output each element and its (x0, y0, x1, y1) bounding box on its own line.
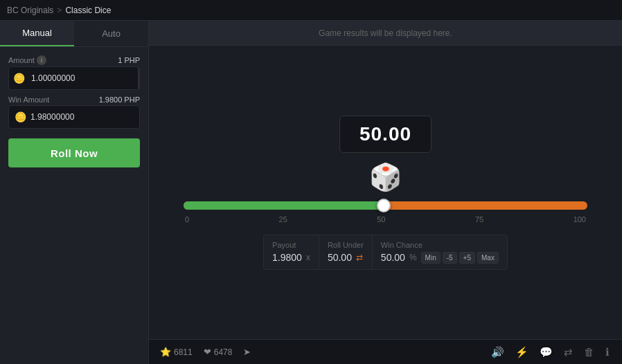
win-chance-cell: Win Chance 50.00 % Min -5 +5 Max (373, 235, 507, 269)
win-chance-value-row: 50.00 % Min -5 +5 Max (381, 252, 499, 264)
currency-icon: 🪙 (9, 73, 28, 84)
tab-auto[interactable]: Auto (74, 21, 148, 46)
stars-count: 6811 (174, 347, 193, 357)
slider-labels: 0 25 50 75 100 (184, 215, 587, 224)
slider-label-0: 0 (185, 215, 189, 224)
dice-icon: 🎲 (369, 164, 402, 190)
breadcrumb-separator: > (57, 6, 62, 15)
bottom-icons: 🔊 ⚡ 💬 ⇄ 🗑 ℹ (490, 345, 611, 360)
win-chance-minus-btn[interactable]: -5 (443, 252, 457, 264)
amount-suffix: 1 PHP (118, 56, 140, 64)
half-button[interactable]: /2 (138, 67, 140, 89)
bottom-bar: ⭐ 6811 ❤ 6478 ➤ 🔊 ⚡ 💬 ⇄ 🗑 ℹ (149, 339, 622, 364)
info-button[interactable]: ℹ (604, 345, 611, 360)
win-chance-plus-btn[interactable]: +5 (459, 252, 475, 264)
breadcrumb-parent[interactable]: BC Originals (7, 6, 53, 15)
sound-button[interactable]: 🔊 (490, 345, 506, 360)
payout-value: 1.9800 (272, 252, 302, 263)
breadcrumb: BC Originals > Classic Dice (0, 0, 622, 21)
win-chance-label: Win Chance (381, 241, 499, 249)
win-amount-label: Win Amount (8, 95, 49, 104)
main-layout: Manual Auto Amount i 1 PHP 🪙 /2 x2 ▲ (0, 21, 622, 364)
roll-under-value: 50.00 (328, 252, 352, 263)
amount-label-row: Amount i 1 PHP (8, 55, 140, 65)
win-amount-value: 1.98000000 (30, 112, 74, 122)
roll-under-cell: Roll Under 50.00 ⇄ (319, 235, 373, 269)
slider-label-25: 25 (279, 215, 287, 224)
trash-button[interactable]: 🗑 (583, 345, 596, 359)
roll-under-label: Roll Under (328, 241, 364, 249)
hearts-count: 6478 (214, 347, 233, 357)
shuffle-button[interactable]: ⇄ (562, 345, 574, 360)
left-panel: Manual Auto Amount i 1 PHP 🪙 /2 x2 ▲ (0, 21, 149, 364)
result-text: Game results will be displayed here. (319, 28, 452, 38)
win-amount-display: 🪙 1.98000000 (8, 105, 140, 129)
amount-input[interactable] (28, 73, 138, 83)
win-chance-min-btn[interactable]: Min (421, 252, 441, 264)
win-currency-icon: 🪙 (15, 111, 26, 122)
stars-stat: ⭐ 6811 (160, 347, 193, 357)
slider-label-100: 100 (574, 215, 586, 224)
roll-under-value-row: 50.00 ⇄ (328, 252, 364, 263)
slider-label-75: 75 (475, 215, 483, 224)
heart-icon: ❤ (204, 347, 211, 357)
send-icon[interactable]: ➤ (243, 347, 251, 357)
win-chance-mini-btns: Min -5 +5 Max (421, 252, 499, 264)
slider-track[interactable] (184, 201, 587, 210)
amount-label: Amount (8, 56, 35, 64)
score-display: 50.00 (339, 116, 432, 153)
amount-info-icon[interactable]: i (37, 55, 46, 65)
slider-section: 0 25 50 75 100 (177, 201, 594, 224)
panel-content: Amount i 1 PHP 🪙 /2 x2 ▲ ▼ (0, 47, 148, 364)
payout-unit: x (306, 253, 310, 262)
dice-area: 50.00 🎲 0 25 50 75 100 (149, 46, 622, 339)
win-chance-unit: % (409, 253, 417, 262)
hearts-stat: ❤ 6478 (204, 347, 233, 357)
chat-button[interactable]: 💬 (538, 345, 554, 360)
send-stat[interactable]: ➤ (243, 347, 251, 357)
payout-cell: Payout 1.9800 x (264, 235, 319, 269)
result-banner: Game results will be displayed here. (149, 21, 622, 46)
win-amount-suffix: 1.9800 PHP (99, 95, 140, 104)
right-panel: Game results will be displayed here. 50.… (149, 21, 622, 364)
roll-now-button[interactable]: Roll Now (8, 138, 140, 167)
roll-under-switch-icon[interactable]: ⇄ (356, 253, 363, 262)
star-icon: ⭐ (160, 347, 171, 357)
slider-label-50: 50 (377, 215, 385, 224)
amount-section: Amount i 1 PHP 🪙 /2 x2 ▲ ▼ (8, 55, 140, 90)
win-chance-value: 50.00 (381, 252, 405, 263)
win-amount-section: Win Amount 1.9800 PHP 🪙 1.98000000 (8, 95, 140, 129)
payout-value-row: 1.9800 x (272, 252, 310, 263)
win-chance-max-btn[interactable]: Max (477, 252, 499, 264)
tab-bar: Manual Auto (0, 21, 148, 47)
lightning-button[interactable]: ⚡ (514, 345, 530, 360)
amount-input-row: 🪙 /2 x2 ▲ ▼ (8, 66, 140, 90)
slider-thumb[interactable] (377, 199, 391, 212)
payout-label: Payout (272, 241, 310, 249)
tab-manual[interactable]: Manual (0, 21, 74, 46)
win-amount-label-row: Win Amount 1.9800 PHP (8, 95, 140, 104)
breadcrumb-current: Classic Dice (65, 6, 111, 15)
stats-row: Payout 1.9800 x Roll Under 50.00 ⇄ (263, 235, 508, 270)
slider-green-track (184, 201, 384, 210)
